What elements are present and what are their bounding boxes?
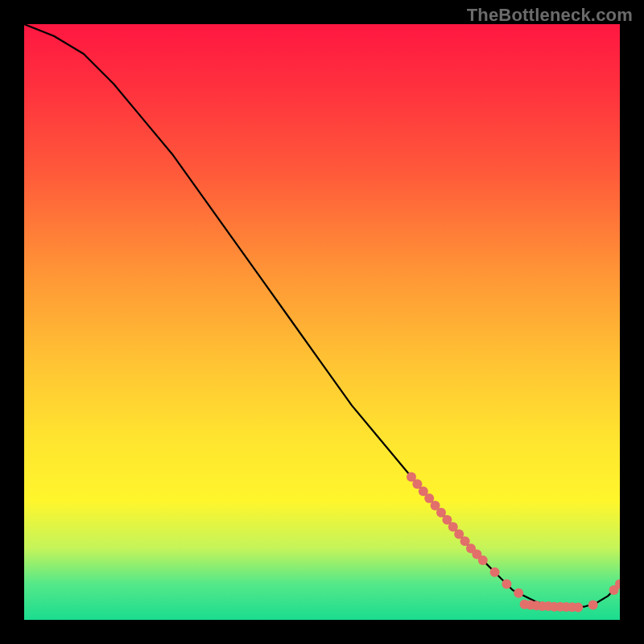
curve-group <box>24 24 620 607</box>
curve-line <box>24 24 620 607</box>
data-marker <box>514 588 523 598</box>
data-marker <box>502 580 511 589</box>
chart-overlay <box>24 24 620 620</box>
data-marker <box>573 602 583 612</box>
data-marker <box>588 601 598 610</box>
plot-area <box>24 24 620 620</box>
chart-stage: TheBottleneck.com <box>0 0 644 644</box>
data-marker <box>478 555 488 565</box>
data-marker <box>490 568 500 577</box>
watermark-text: TheBottleneck.com <box>467 5 633 26</box>
